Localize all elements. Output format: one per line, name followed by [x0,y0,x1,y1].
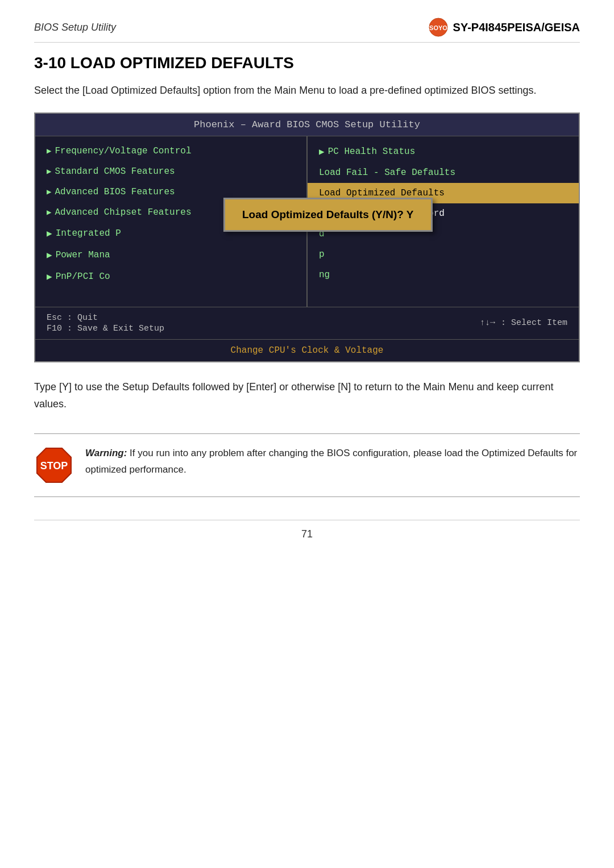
arrow-icon: ▶ [47,146,51,156]
soyo-logo-icon: SOYO [428,17,449,37]
warning-body: If you run into any problem after changi… [85,448,577,475]
bios-bottom-bar: Change CPU's Clock & Voltage [35,339,579,361]
stop-icon: STOP [34,445,74,485]
bios-item-label: Standard CMOS Features [55,166,175,177]
body-paragraph: Type [Y] to use the Setup Defaults follo… [34,378,580,413]
arrow-icon: ▶ [47,249,52,261]
bios-footer: Esc : Quit F10 : Save & Exit Setup ↑↓→ :… [35,307,579,339]
bios-item-label: Power Mana [56,250,110,260]
bios-item-label: Load Optimized Defaults [319,188,445,198]
bios-item-label: Advanced BIOS Features [55,187,175,197]
page-footer: 71 [34,520,580,540]
bios-item-label: Advanced Chipset Features [55,207,191,218]
intro-paragraph: Select the [Load Optimized Defaults] opt… [34,82,580,99]
bios-item-label: p [319,249,325,260]
bios-item-pc-health[interactable]: ▶ PC Health Status [308,141,579,162]
page-number: 71 [301,528,313,540]
bios-esc-label: Esc : Quit [47,313,164,323]
arrow-icon: ▶ [47,207,51,217]
warning-section: STOP Warning: If you run into any proble… [34,433,580,497]
bios-item-standard[interactable]: ▶ Standard CMOS Features [35,161,306,182]
bios-footer-keys: Esc : Quit F10 : Save & Exit Setup [47,313,164,333]
bios-popup-text: Load Optimized Defaults (Y/N)? Y [242,208,414,220]
bios-arrows: ↑↓→ [480,318,495,328]
bios-item-right-truncated-3: ng [308,265,579,285]
svg-text:STOP: STOP [40,460,68,471]
page-header: BIOS Setup Utility SOYO SY-P4I845PEISA/G… [34,17,580,43]
bios-item-label: Frequency/Voltage Control [55,146,191,156]
header-title-left: BIOS Setup Utility [34,22,116,34]
arrow-icon: ▶ [319,146,325,157]
bios-item-frequency[interactable]: ▶ Frequency/Voltage Control [35,141,306,161]
bios-f10-label: F10 : Save & Exit Setup [47,324,164,333]
bios-title-bar: Phoenix – Award BIOS CMOS Setup Utility [35,114,579,136]
header-title-right: SOYO SY-P4I845PEISA/GEISA [428,17,580,37]
section-title: 3-10 LOAD OPTIMIZED DEFAULTS [34,54,580,72]
bios-item-label: ng [319,270,330,280]
bios-item-load-failsafe[interactable]: Load Fail - Safe Defaults [308,162,579,183]
bios-screenshot: Phoenix – Award BIOS CMOS Setup Utility … [34,112,580,362]
bios-item-label: Load Fail - Safe Defaults [319,168,455,178]
bios-item-power[interactable]: ▶ Power Mana [35,244,306,266]
arrow-icon: ▶ [47,187,51,197]
bios-item-pnp[interactable]: ▶ PnP/PCI Co [35,266,306,287]
bios-select-label: : Select Item [501,318,567,328]
bios-item-label: PC Health Status [328,147,416,157]
warning-text: Warning: If you run into any problem aft… [85,445,580,478]
arrow-icon: ▶ [47,271,52,282]
bios-popup-dialog: Load Optimized Defaults (Y/N)? Y [223,198,433,232]
warning-bold: Warning: [85,448,127,458]
svg-text:SOYO: SOYO [429,24,447,31]
bios-item-label: PnP/PCI Co [56,272,110,282]
arrow-icon: ▶ [47,228,52,239]
bios-main-area: ▶ Frequency/Voltage Control ▶ Standard C… [35,136,579,307]
header-product-name: SY-P4I845PEISA/GEISA [453,21,580,34]
bios-item-right-truncated-2: p [308,244,579,265]
bios-footer-navigation: ↑↓→ : Select Item [480,318,567,328]
arrow-icon: ▶ [47,166,51,176]
bios-item-label: Integrated P [56,228,121,239]
